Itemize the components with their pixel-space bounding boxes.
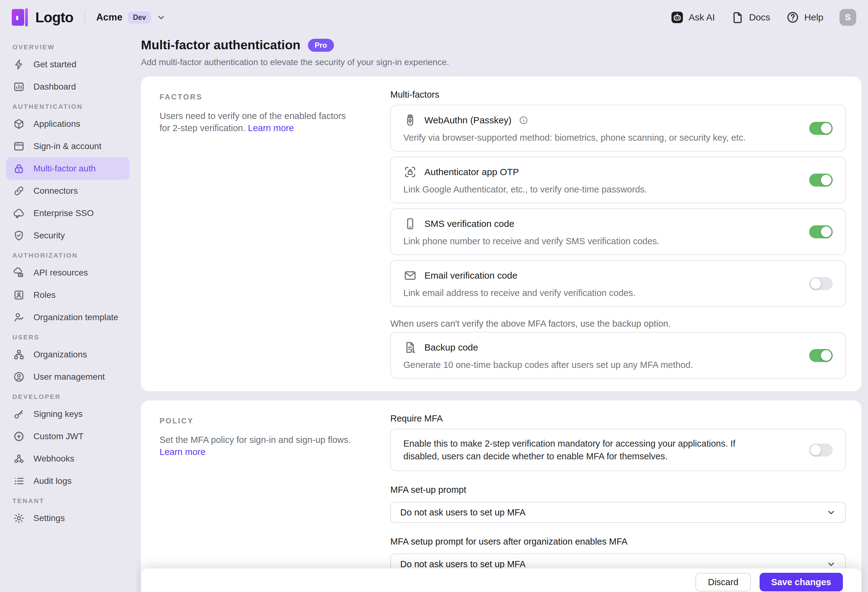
sidebar-item-api-resources[interactable]: API resources <box>6 262 130 284</box>
discard-button[interactable]: Discard <box>695 573 751 591</box>
sidebar-item-organization-template[interactable]: Organization template <box>6 306 130 329</box>
email-toggle[interactable] <box>809 277 833 290</box>
info-icon[interactable] <box>519 115 528 125</box>
factors-section-desc: Users need to verify one of the enabled … <box>159 110 353 134</box>
chevron-down-icon <box>827 559 836 569</box>
require-mfa-toggle[interactable] <box>809 444 833 457</box>
sidebar-item-custom-jwt[interactable]: Custom JWT <box>6 425 130 448</box>
logto-logo-icon <box>12 8 28 26</box>
page-title: Multi-factor authentication <box>141 38 301 52</box>
help-label: Help <box>804 12 824 23</box>
factors-card: FACTORS Users need to verify one of the … <box>141 77 862 391</box>
sidebar-item-get-started[interactable]: Get started <box>6 53 130 75</box>
mail-icon <box>403 269 417 283</box>
section-authentication: AUTHENTICATION <box>12 103 136 110</box>
factor-row-email: Email verification code Link email addre… <box>390 260 846 307</box>
sidebar-item-multi-factor-auth[interactable]: Multi-factor auth <box>6 157 130 180</box>
sidebar-item-organizations[interactable]: Organizations <box>6 343 130 366</box>
mfa-org-prompt-label: MFA setup prompt for users after organiz… <box>390 537 846 547</box>
cloud-server-icon <box>13 267 25 279</box>
bolt-icon <box>13 59 25 70</box>
browser-icon <box>13 141 25 152</box>
pro-badge: Pro <box>308 39 334 52</box>
chevron-down-icon <box>156 13 166 22</box>
link-icon <box>13 185 25 197</box>
factors-learn-more-link[interactable]: Learn more <box>248 123 294 133</box>
ask-ai-button[interactable]: Ask AI <box>671 11 715 24</box>
factor-title: WebAuthn (Passkey) <box>424 115 511 126</box>
person-card-icon <box>13 289 25 301</box>
seal-plus-icon <box>13 431 25 442</box>
sidebar-item-webhooks[interactable]: Webhooks <box>6 448 130 470</box>
cloud-icon <box>13 207 25 219</box>
factor-desc: Verify via browser-supported method: bio… <box>403 133 797 143</box>
env-badge: Dev <box>128 12 151 24</box>
factor-title: Email verification code <box>424 270 517 281</box>
factor-title: Backup code <box>424 342 478 353</box>
docs-button[interactable]: Docs <box>731 11 770 24</box>
backup-code-icon <box>403 340 417 354</box>
backup-note: When users can't verify the above MFA fa… <box>390 319 846 329</box>
sidebar-item-roles[interactable]: Roles <box>6 284 130 306</box>
avatar[interactable]: S <box>840 9 856 26</box>
authenticator-otp-toggle[interactable] <box>809 173 833 186</box>
require-mfa-label: Require MFA <box>390 413 846 424</box>
shield-check-icon <box>13 230 25 241</box>
section-overview: OVERVIEW <box>12 43 136 51</box>
sidebar-item-dashboard[interactable]: Dashboard <box>6 75 130 98</box>
question-circle-icon <box>786 11 799 24</box>
sidebar-item-signing-keys[interactable]: Signing keys <box>6 403 130 425</box>
user-circle-icon <box>13 371 25 383</box>
selected-option: Do not ask users to set up MFA <box>400 508 526 518</box>
backup-code-toggle[interactable] <box>809 349 833 362</box>
mfa-setup-prompt-select[interactable]: Do not ask users to set up MFA <box>390 502 846 523</box>
save-changes-button[interactable]: Save changes <box>760 573 843 591</box>
section-tenant: TENANT <box>12 497 136 505</box>
sidebar: OVERVIEW Get started Dashboard AUTHENTIC… <box>0 35 136 592</box>
lock-icon <box>13 163 25 175</box>
logo[interactable]: Logto <box>12 8 74 26</box>
require-mfa-row: Enable this to make 2-step verification … <box>390 429 846 471</box>
ask-ai-robot-icon <box>671 11 684 24</box>
page-subtitle: Add multi-factor authentication to eleva… <box>141 57 862 67</box>
factor-desc: Link Google Authenticator, etc., to veri… <box>403 184 797 195</box>
org-chart-icon <box>13 349 25 360</box>
mfa-setup-prompt-label: MFA set-up prompt <box>390 485 846 495</box>
tenant-name: Acme <box>96 12 123 23</box>
help-button[interactable]: Help <box>786 11 824 24</box>
sidebar-item-security[interactable]: Security <box>6 224 130 247</box>
sidebar-item-enterprise-sso[interactable]: Enterprise SSO <box>6 202 130 224</box>
sidebar-item-settings[interactable]: Settings <box>6 507 130 529</box>
divider <box>84 10 85 24</box>
sidebar-item-connectors[interactable]: Connectors <box>6 180 130 202</box>
factor-row-sms: SMS verification code Link phone number … <box>390 208 846 255</box>
ask-ai-label: Ask AI <box>689 12 715 23</box>
sidebar-item-applications[interactable]: Applications <box>6 113 130 135</box>
section-developer: DEVELOPER <box>12 393 136 400</box>
logo-text: Logto <box>35 9 74 26</box>
policy-learn-more-link[interactable]: Learn more <box>159 447 205 457</box>
policy-section-label: POLICY <box>159 417 353 425</box>
section-users: USERS <box>12 333 136 341</box>
factor-title: Authenticator app OTP <box>424 167 519 177</box>
top-bar: Logto Acme Dev Ask AI Docs <box>0 0 868 35</box>
document-icon <box>731 11 744 24</box>
sidebar-item-sign-in-account[interactable]: Sign-in & account <box>6 135 130 157</box>
factor-desc: Link phone number to receive and verify … <box>403 236 797 246</box>
selected-option: Do not ask users to set up MFA <box>400 559 526 569</box>
factors-section-label: FACTORS <box>159 93 353 101</box>
sidebar-item-user-management[interactable]: User management <box>6 366 130 388</box>
chevron-down-icon <box>827 508 836 517</box>
webauthn-toggle[interactable] <box>809 122 833 135</box>
list-icon <box>13 475 25 487</box>
factor-desc: Generate 10 one-time backup codes after … <box>403 360 797 370</box>
bar-chart-icon <box>13 81 25 93</box>
factor-row-authenticator-otp: Authenticator app OTP Link Google Authen… <box>390 157 846 203</box>
tenant-selector[interactable]: Acme Dev <box>84 10 166 24</box>
authenticator-scan-icon <box>403 165 417 179</box>
policy-section-desc: Set the MFA policy for sign-in and sign-… <box>159 434 353 458</box>
sms-toggle[interactable] <box>809 225 833 238</box>
policy-card: POLICY Set the MFA policy for sign-in an… <box>141 400 862 587</box>
sidebar-item-audit-logs[interactable]: Audit logs <box>6 470 130 492</box>
factor-row-webauthn: WebAuthn (Passkey) Verify via browser-su… <box>390 105 846 152</box>
